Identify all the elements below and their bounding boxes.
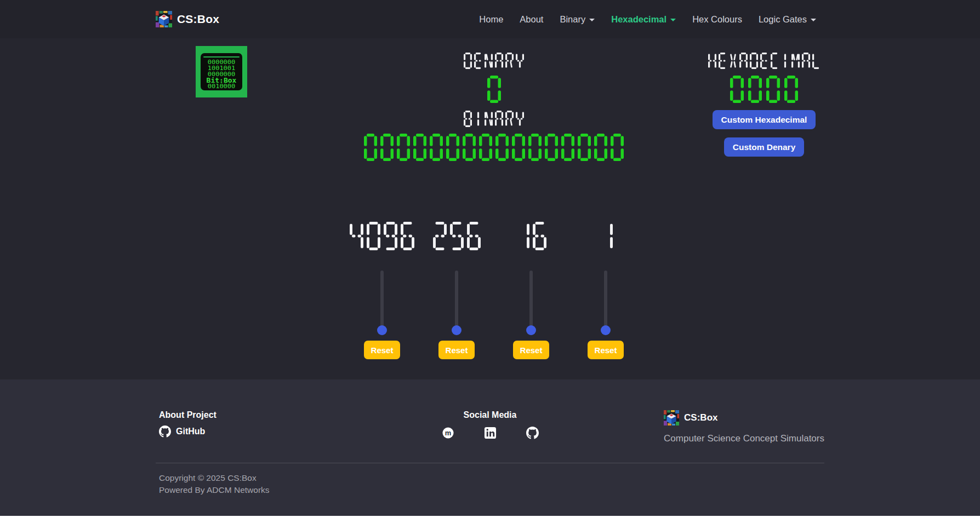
bitbox-bezel bbox=[203, 56, 240, 58]
slider-track bbox=[380, 271, 384, 333]
about-project-heading: About Project bbox=[159, 410, 442, 420]
footer-divider bbox=[156, 463, 824, 463]
slider-thumb[interactable] bbox=[377, 325, 387, 335]
hexadecimal-simulator-main: 0000000 1001001 0000000 Bit:Box 0010000 … bbox=[0, 38, 980, 380]
nav-item-hexadecimal[interactable]: Hexadecimal bbox=[603, 10, 684, 29]
nav-menu: Home About Binary Hexadecimal Hex Colour… bbox=[471, 10, 824, 29]
footer-brand-name: CS:Box bbox=[684, 412, 717, 423]
brand-link[interactable]: CS:Box bbox=[156, 11, 219, 27]
slider-group-1: Reset bbox=[568, 222, 643, 359]
reset-button-1[interactable]: Reset bbox=[588, 341, 624, 359]
social-media-heading: Social Media bbox=[442, 410, 539, 420]
csbox-logo-icon bbox=[664, 410, 679, 426]
caret-down-icon bbox=[589, 19, 595, 21]
copyright-text: Copyright © 2025 CS:Box bbox=[159, 472, 824, 484]
hexadecimal-title bbox=[708, 53, 821, 69]
slider-thumb[interactable] bbox=[452, 325, 461, 335]
slider-group-16: Reset bbox=[494, 222, 568, 359]
digit-slider-256[interactable] bbox=[451, 271, 462, 333]
nav-item-hex-colours[interactable]: Hex Colours bbox=[684, 10, 750, 29]
slider-thumb[interactable] bbox=[601, 325, 611, 335]
nav-item-home[interactable]: Home bbox=[471, 10, 511, 29]
place-value-label-4096 bbox=[350, 222, 414, 250]
footer-about-section: About Project GitHub bbox=[156, 410, 442, 438]
bitbox-logo: 0000000 1001001 0000000 Bit:Box 0010000 bbox=[196, 46, 247, 97]
slider-track bbox=[604, 271, 607, 333]
caret-down-icon bbox=[670, 19, 676, 21]
linkedin-icon[interactable] bbox=[484, 427, 497, 439]
github-icon[interactable] bbox=[526, 427, 539, 439]
slider-group-256: Reset bbox=[419, 222, 494, 359]
slider-track bbox=[529, 271, 533, 333]
hex-digit-sliders: Reset Reset Reset Reset bbox=[4, 222, 980, 359]
nav-item-logic-gates[interactable]: Logic Gates bbox=[750, 10, 824, 29]
denary-title bbox=[464, 53, 524, 69]
left-column: 0000000 1001001 0000000 Bit:Box 0010000 bbox=[156, 47, 284, 161]
reset-button-256[interactable]: Reset bbox=[438, 341, 475, 359]
digit-slider-4096[interactable] bbox=[377, 271, 388, 333]
reset-button-16[interactable]: Reset bbox=[513, 341, 549, 359]
binary-display bbox=[364, 134, 624, 161]
binary-title bbox=[464, 111, 524, 127]
mastodon-icon[interactable]: m bbox=[442, 427, 454, 439]
footer-brand-section: CS:Box Computer Science Concept Simulato… bbox=[664, 410, 824, 444]
digit-slider-1[interactable] bbox=[600, 271, 611, 333]
hexadecimal-display bbox=[730, 76, 798, 103]
nav-item-binary[interactable]: Binary bbox=[551, 10, 603, 29]
denary-display bbox=[487, 76, 501, 103]
digit-slider-16[interactable] bbox=[526, 271, 537, 333]
svg-text:m: m bbox=[445, 429, 451, 437]
nav-item-about[interactable]: About bbox=[511, 10, 551, 29]
github-link-label: GitHub bbox=[176, 427, 205, 436]
custom-hexadecimal-button[interactable]: Custom Hexadecimal bbox=[713, 110, 816, 129]
github-icon bbox=[159, 426, 171, 438]
bitbox-logo-screen: 0000000 1001001 0000000 Bit:Box 0010000 bbox=[201, 53, 242, 90]
footer-social-section: Social Media m bbox=[442, 410, 539, 439]
footer-tagline: Computer Science Concept Simulators bbox=[664, 433, 824, 444]
navbar: CS:Box Home About Binary Hexadecimal Hex… bbox=[0, 0, 980, 38]
reset-button-4096[interactable]: Reset bbox=[364, 341, 400, 359]
footer: About Project GitHub Social Media m bbox=[0, 380, 980, 516]
powered-by-text: Powered By ADCM Networks bbox=[159, 484, 824, 496]
csbox-logo-icon bbox=[156, 11, 172, 27]
denary-binary-column bbox=[284, 47, 704, 161]
custom-denary-button[interactable]: Custom Denary bbox=[724, 137, 805, 157]
place-value-label-1 bbox=[599, 222, 613, 250]
brand-name: CS:Box bbox=[177, 13, 219, 26]
place-value-label-16 bbox=[516, 222, 546, 250]
place-value-label-256 bbox=[433, 222, 481, 250]
github-link[interactable]: GitHub bbox=[159, 426, 442, 438]
slider-group-4096: Reset bbox=[345, 222, 419, 359]
page-bottom-strip bbox=[0, 516, 980, 529]
slider-track bbox=[455, 271, 458, 333]
slider-thumb[interactable] bbox=[526, 325, 536, 335]
caret-down-icon bbox=[811, 19, 816, 21]
hexadecimal-column: Custom Hexadecimal Custom Denary bbox=[704, 47, 824, 161]
